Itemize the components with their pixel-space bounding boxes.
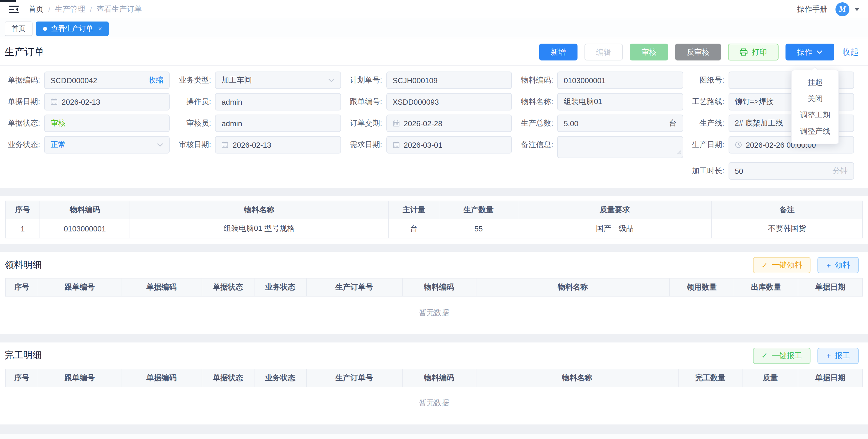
finish-table-header-row: 序号 跟单编号 单据编码 单据状态 业务状态 生产订单号 物料编码 物料名称 完… xyxy=(5,369,863,387)
menu-item-close-order[interactable]: 关闭 xyxy=(792,91,838,107)
column-header: 物料名称 xyxy=(476,369,678,387)
demand-date-input[interactable]: 2026-03-01 xyxy=(386,136,512,153)
field-label: 单据编码: xyxy=(5,71,44,89)
calendar-icon xyxy=(393,120,400,127)
calendar-icon xyxy=(51,98,58,105)
field-delivery-date: 订单交期: 2026-02-28 xyxy=(347,115,512,132)
process-minutes-input[interactable]: 50 分钟 xyxy=(728,162,854,180)
breadcrumb-home[interactable]: 首页 xyxy=(28,4,43,14)
field-label: 备注信息: xyxy=(518,136,557,153)
field-doc-code: 单据编码: SCDD000042 收缩 xyxy=(5,71,170,89)
clock-icon xyxy=(735,141,742,148)
plan-no-input[interactable]: SCJH000109 xyxy=(386,71,512,89)
unaudit-button[interactable]: 反审核 xyxy=(675,43,721,60)
field-total-qty: 生产总数: 5.00 台 xyxy=(518,115,683,132)
toolbar-actions: 新增 编辑 审核 反审核 打印 操作 xyxy=(539,43,859,60)
batch-picking-label: 一键领料 xyxy=(772,260,802,270)
add-button[interactable]: 新增 xyxy=(539,43,578,60)
tab-close-icon[interactable]: × xyxy=(98,25,102,32)
breadcrumb-production-mgmt[interactable]: 生产管理 xyxy=(55,4,85,14)
cell-remark: 不要韩国货 xyxy=(712,219,863,238)
collapse-link[interactable]: 收起 xyxy=(842,47,859,57)
picking-title: 领料明细 xyxy=(5,259,42,271)
menu-item-adjust-schedule[interactable]: 调整工期 xyxy=(792,107,838,123)
doc-status-input[interactable]: 审核 xyxy=(44,115,170,132)
auditor-input[interactable]: admin xyxy=(215,115,341,132)
chevron-down-icon xyxy=(157,143,163,147)
field-label: 业务类型: xyxy=(176,71,215,89)
breadcrumb-separator: / xyxy=(48,5,50,14)
doc-status-value: 审核 xyxy=(51,118,66,128)
cell-material-code: 0103000001 xyxy=(40,219,130,238)
batch-report-button[interactable]: ✓ 一键报工 xyxy=(753,347,811,364)
audit-button[interactable]: 审核 xyxy=(630,43,668,60)
field-label: 业务状态: xyxy=(5,136,44,153)
column-header: 完工数量 xyxy=(678,369,743,387)
audit-date-input[interactable]: 2026-02-13 xyxy=(215,136,341,153)
material-code-input[interactable]: 0103000001 xyxy=(557,71,683,89)
doc-date-input[interactable]: 2026-02-13 xyxy=(44,93,170,111)
plus-icon: + xyxy=(827,261,831,269)
shrink-link[interactable]: 收缩 xyxy=(149,75,163,86)
field-audit-date: 审核日期: 2026-02-13 xyxy=(176,136,341,158)
resize-grip-icon[interactable] xyxy=(677,148,681,156)
column-header: 单据状态 xyxy=(202,369,254,387)
unit-suffix: 台 xyxy=(669,118,677,128)
column-header: 生产订单号 xyxy=(306,369,402,387)
material-name-input[interactable]: 组装电脑01 xyxy=(557,93,683,111)
manual-link[interactable]: 操作手册 xyxy=(797,4,827,14)
add-report-label: 报工 xyxy=(835,350,850,361)
column-header: 物料名称 xyxy=(476,278,670,296)
biz-type-select[interactable]: 加工车间 xyxy=(215,71,341,89)
material-table-header-row: 序号 物料编码 物料名称 主计量 生产数量 质量要求 备注 xyxy=(5,201,863,219)
field-label: 工艺路线: xyxy=(689,93,728,111)
top-header: 首页 / 生产管理 / 查看生产订单 操作手册 M xyxy=(0,0,868,19)
user-caret-icon[interactable] xyxy=(855,8,859,11)
print-button[interactable]: 打印 xyxy=(728,43,778,60)
page-footer-strip xyxy=(0,434,868,439)
field-label: 单据状态: xyxy=(5,115,44,132)
tab-view-production-order[interactable]: 查看生产订单 × xyxy=(36,21,109,36)
field-biz-type: 业务类型: 加工车间 xyxy=(176,71,341,89)
column-header: 物料编码 xyxy=(402,278,476,296)
material-table-panel: 序号 物料编码 物料名称 主计量 生产数量 质量要求 备注 1 01030000… xyxy=(0,196,868,244)
avatar[interactable]: M xyxy=(835,2,849,16)
doc-code-input[interactable]: SCDD000042 收缩 xyxy=(44,71,170,89)
field-label: 生产总数: xyxy=(518,115,557,132)
add-picking-label: 领料 xyxy=(835,260,850,270)
delivery-date-input[interactable]: 2026-02-28 xyxy=(386,115,512,132)
total-qty-input[interactable]: 5.00 台 xyxy=(557,115,683,132)
operator-input[interactable]: admin xyxy=(215,93,341,111)
menu-fold-icon[interactable] xyxy=(9,5,19,13)
tab-active-dot xyxy=(43,26,47,31)
column-header: 跟单编号 xyxy=(38,278,121,296)
chevron-down-icon xyxy=(328,78,335,82)
table-row[interactable]: 1 0103000001 组装电脑01 型号规格 台 55 国产一级品 不要韩国… xyxy=(5,219,863,238)
add-report-button[interactable]: + 报工 xyxy=(818,347,859,364)
order-panel-head: 生产订单 新增 编辑 审核 反审核 打印 xyxy=(0,38,868,65)
batch-picking-button[interactable]: ✓ 一键领料 xyxy=(753,257,811,273)
column-header: 序号 xyxy=(5,278,38,296)
column-header: 序号 xyxy=(5,369,38,387)
check-icon: ✓ xyxy=(762,352,768,359)
tab-home[interactable]: 首页 xyxy=(5,21,33,36)
chevron-down-icon xyxy=(816,50,823,54)
edit-button[interactable]: 编辑 xyxy=(585,43,623,60)
plus-icon: + xyxy=(827,352,831,359)
more-actions-button[interactable]: 操作 xyxy=(785,43,834,60)
remark-textarea[interactable] xyxy=(557,136,683,158)
add-picking-button[interactable]: + 领料 xyxy=(818,257,859,273)
field-plan-no: 计划单号: SCJH000109 xyxy=(347,71,512,89)
biz-status-select[interactable]: 正常 xyxy=(44,136,170,153)
column-header: 质量 xyxy=(743,369,798,387)
column-header: 主计量 xyxy=(389,201,439,219)
field-doc-status: 单据状态: 审核 xyxy=(5,115,170,132)
tab-bar: 首页 查看生产订单 × xyxy=(0,19,868,38)
breadcrumb-separator: / xyxy=(90,5,92,14)
menu-item-adjust-line[interactable]: 调整产线 xyxy=(792,123,838,140)
cell-qty: 55 xyxy=(439,219,518,238)
field-label: 加工时长: xyxy=(689,162,728,180)
picking-panel: 领料明细 ✓ 一键领料 + 领料 序号 xyxy=(0,252,868,334)
menu-item-suspend[interactable]: 挂起 xyxy=(792,75,838,91)
track-no-input[interactable]: XSDD000093 xyxy=(386,93,512,111)
